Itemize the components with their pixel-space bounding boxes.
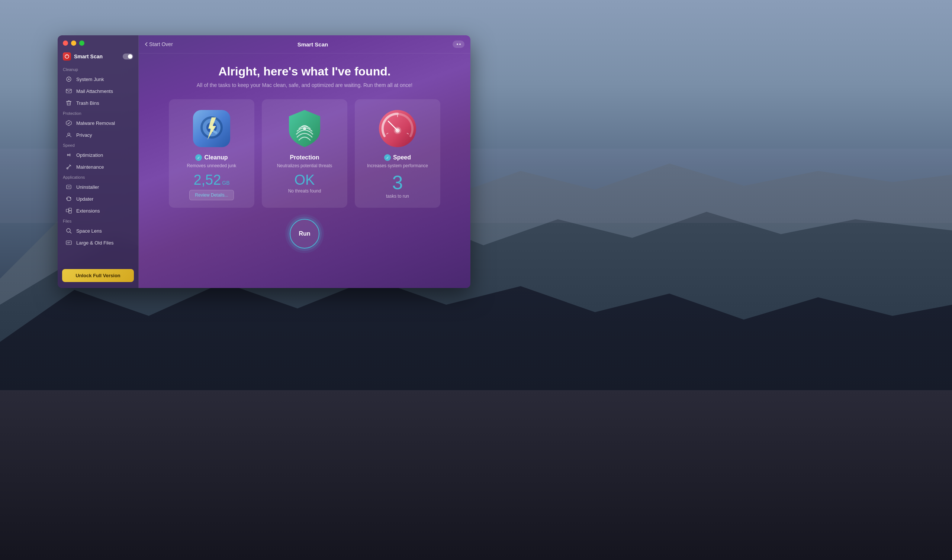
- space-lens-icon: [65, 227, 73, 234]
- system-junk-label: System Junk: [76, 77, 104, 82]
- review-details-button[interactable]: Review Details...: [189, 190, 233, 200]
- main-title: Alright, here's what I've found.: [218, 65, 391, 79]
- protection-name-row: Protection: [290, 154, 319, 161]
- extensions-label: Extensions: [76, 208, 100, 214]
- speed-card-name: Speed: [393, 154, 411, 161]
- smart-scan-app-icon: [63, 52, 71, 60]
- sidebar-item-updater[interactable]: Updater: [60, 193, 136, 205]
- sidebar-item-extensions[interactable]: Extensions: [60, 205, 136, 217]
- sidebar-item-space-lens[interactable]: Space Lens: [60, 225, 136, 237]
- speed-card: ✓ Speed Increases system performance 3 t…: [355, 99, 440, 208]
- speed-sub: tasks to run: [386, 194, 409, 199]
- sidebar-item-privacy[interactable]: Privacy: [60, 129, 136, 141]
- cleanup-value-row: 2,52 GB: [193, 173, 229, 187]
- section-label-applications: Applications: [58, 173, 138, 181]
- updater-icon: [65, 195, 73, 202]
- section-label-files: Files: [58, 217, 138, 225]
- trash-bins-label: Trash Bins: [76, 100, 99, 106]
- unlock-full-version-button[interactable]: Unlock Full Version: [62, 269, 134, 282]
- window-controls: [58, 35, 138, 49]
- privacy-icon: [65, 131, 73, 139]
- svg-marker-19: [66, 198, 68, 199]
- malware-icon: [65, 119, 73, 127]
- back-button-label: Start Over: [149, 41, 173, 47]
- main-content: Start Over Smart Scan Alright, here's wh…: [139, 35, 470, 288]
- back-button[interactable]: Start Over: [145, 41, 173, 47]
- malware-removal-label: Malware Removal: [76, 120, 115, 126]
- svg-line-24: [70, 232, 71, 233]
- privacy-label: Privacy: [76, 132, 92, 138]
- header-title: Smart Scan: [298, 41, 328, 48]
- sidebar-item-smart-scan[interactable]: Smart Scan: [58, 49, 138, 65]
- protection-icon-wrapper: [284, 108, 325, 149]
- sidebar-item-optimization[interactable]: Optimization: [60, 149, 136, 161]
- cleanup-check-icon: ✓: [195, 154, 202, 161]
- sidebar-item-trash-bins[interactable]: Trash Bins: [60, 97, 136, 109]
- cleanup-card-desc: Removes unneeded junk: [187, 163, 236, 168]
- sidebar: Smart Scan Cleanup System Junk Mail Atta…: [58, 35, 139, 288]
- cleanup-name-row: ✓ Cleanup: [195, 154, 227, 161]
- mail-attachments-label: Mail Attachments: [76, 88, 113, 94]
- sidebar-item-mail-attachments[interactable]: Mail Attachments: [60, 85, 136, 97]
- updater-label: Updater: [76, 196, 93, 202]
- sidebar-item-malware-removal[interactable]: Malware Removal: [60, 117, 136, 129]
- svg-rect-21: [69, 208, 71, 211]
- speed-icon: [377, 108, 418, 149]
- protection-ok-sub: No threats found: [288, 188, 321, 194]
- svg-rect-22: [69, 211, 71, 213]
- cleanup-icon: [191, 108, 232, 149]
- speed-value: 3: [393, 173, 403, 192]
- uninstaller-label: Uninstaller: [76, 184, 99, 190]
- cleanup-icon-wrapper: [191, 108, 232, 149]
- main-header: Start Over Smart Scan: [139, 35, 470, 54]
- back-chevron-icon: [145, 42, 148, 46]
- cleanup-value-unit: GB: [222, 180, 229, 186]
- svg-rect-5: [66, 89, 71, 93]
- protection-card-desc: Neutralizes potential threats: [277, 163, 332, 168]
- optimization-label: Optimization: [76, 152, 103, 158]
- maintenance-icon: [65, 163, 73, 171]
- sidebar-item-maintenance[interactable]: Maintenance: [60, 161, 136, 173]
- dot-1: [457, 43, 458, 45]
- dot-2: [459, 43, 461, 45]
- system-junk-icon: [65, 76, 73, 83]
- main-subtitle: All of the tasks to keep your Mac clean,…: [197, 82, 413, 88]
- svg-rect-20: [66, 209, 69, 212]
- section-label-protection: Protection: [58, 109, 138, 117]
- svg-point-34: [303, 127, 306, 130]
- protection-card: Protection Neutralizes potential threats…: [262, 99, 347, 208]
- svg-point-10: [68, 133, 70, 135]
- minimize-button[interactable]: [71, 40, 76, 46]
- maintenance-label: Maintenance: [76, 164, 104, 170]
- section-label-speed: Speed: [58, 141, 138, 149]
- more-options-button[interactable]: [453, 40, 464, 48]
- trash-icon: [65, 99, 73, 106]
- sidebar-item-large-old-files[interactable]: Large & Old Files: [60, 237, 136, 248]
- maximize-button[interactable]: [79, 40, 84, 46]
- main-body: Alright, here's what I've found. All of …: [139, 54, 470, 288]
- run-button[interactable]: Run: [290, 219, 320, 248]
- speed-name-row: ✓ Speed: [384, 154, 411, 161]
- speed-check-icon: ✓: [384, 154, 391, 161]
- cleanup-card: ✓ Cleanup Removes unneeded junk 2,52 GB …: [169, 99, 254, 208]
- section-label-cleanup: Cleanup: [58, 65, 138, 73]
- optimization-icon: [65, 151, 73, 159]
- protection-icon: [286, 108, 323, 149]
- cleanup-card-name: Cleanup: [204, 154, 227, 161]
- smart-scan-label: Smart Scan: [74, 54, 103, 59]
- sidebar-item-uninstaller[interactable]: Uninstaller: [60, 181, 136, 193]
- extensions-icon: [65, 207, 73, 214]
- svg-rect-25: [66, 241, 71, 245]
- speed-icon-wrapper: [377, 108, 418, 149]
- protection-ok-text: OK: [295, 173, 315, 187]
- app-window: Smart Scan Cleanup System Junk Mail Atta…: [58, 35, 470, 288]
- cards-row: ✓ Cleanup Removes unneeded junk 2,52 GB …: [146, 99, 463, 208]
- space-lens-label: Space Lens: [76, 228, 102, 234]
- speed-card-desc: Increases system performance: [367, 163, 428, 168]
- large-old-icon: [65, 239, 73, 246]
- close-button[interactable]: [63, 40, 68, 46]
- sidebar-item-system-junk[interactable]: System Junk: [60, 73, 136, 85]
- mail-icon: [65, 87, 73, 95]
- smart-scan-toggle[interactable]: [123, 54, 133, 59]
- protection-card-name: Protection: [290, 154, 319, 161]
